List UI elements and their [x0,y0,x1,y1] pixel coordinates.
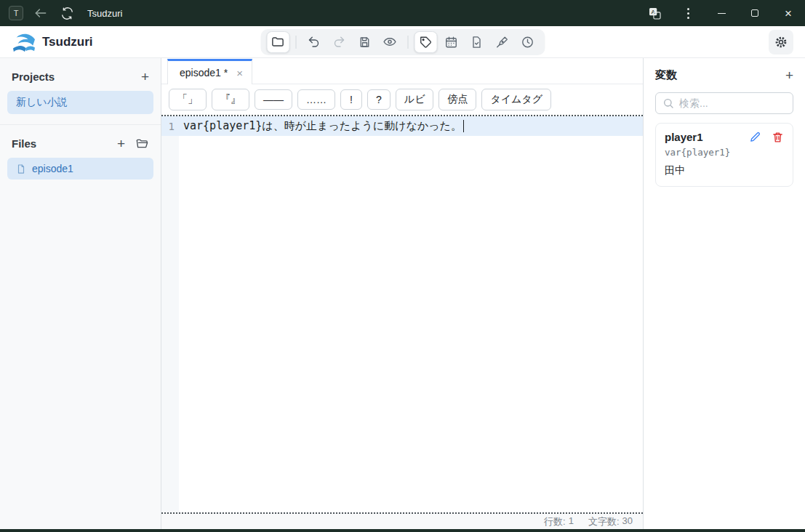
app-window: T Tsudzuri A [0,0,805,532]
projects-section: Projects + 新しい小説 [0,58,161,125]
edit-pencil-icon [749,131,761,143]
save-icon [358,36,371,49]
editor-line-text: var{player1}は、時が止まったように動けなかった。 [179,119,462,133]
files-section: Files + episode1 [0,125,161,190]
variable-value: 田中 [665,164,784,177]
refresh-icon [60,7,74,20]
pen-button[interactable] [490,31,513,53]
toolbar-divider [295,36,296,49]
file-item-label: episode1 [32,163,73,174]
brand: Tsudzuri [12,31,93,53]
redo-button[interactable] [327,31,351,53]
refresh-button[interactable] [58,4,76,22]
undo-button[interactable] [302,31,325,53]
line-count: 行数: 1 [544,515,574,528]
project-item[interactable]: 新しい小説 [7,91,153,114]
folder-icon [271,35,285,49]
insert-ellipsis-button[interactable]: …… [297,89,335,110]
language-indicator-button[interactable]: A [638,0,671,26]
toolbar-divider [407,36,408,49]
open-folder-button[interactable] [135,137,149,150]
editor-column: episode1 * × 「」 『』 —— …… ! ? ルビ 傍点 タイムタグ… [161,58,644,529]
pen-icon [495,36,508,49]
tab-bar: episode1 * × [161,58,643,84]
redo-icon [332,36,345,49]
close-button[interactable]: × [772,0,805,26]
main-toolbar [260,29,545,55]
brand-name: Tsudzuri [42,35,93,49]
variables-title: 変数 [655,68,677,82]
app-header: Tsudzuri [0,26,805,58]
tab-episode1[interactable]: episode1 * × [167,59,252,84]
add-file-button[interactable]: + [117,137,125,150]
char-count-label: 文字数: [588,515,620,528]
app-icon: T [9,6,23,20]
file-check-icon [470,36,483,49]
settings-gear-icon [774,35,788,49]
settings-button[interactable] [769,30,793,55]
project-item-label: 新しい小説 [16,96,68,109]
format-toolbar: 「」 『』 —— …… ! ? ルビ 傍点 タイムタグ [161,84,643,115]
calendar-icon [444,36,457,49]
text-caret [463,120,465,132]
files-title: Files [12,137,36,150]
line-number-gutter [161,116,179,512]
close-icon: × [785,7,792,20]
trash-icon [772,131,784,143]
add-project-button[interactable]: + [141,70,149,84]
file-icon [16,164,26,174]
line-count-value: 1 [569,515,574,528]
minimize-button[interactable] [705,0,738,26]
edit-variable-button[interactable] [749,131,761,143]
calendar-button[interactable] [439,31,462,53]
insert-exclamation-button[interactable]: ! [340,89,362,110]
undo-icon [307,36,320,49]
kebab-menu-icon [687,8,689,19]
maximize-icon [751,9,758,17]
delete-variable-button[interactable] [772,131,784,143]
variables-panel: 変数 + player1 [644,58,805,529]
minimize-icon [718,13,726,14]
variable-code: var{player1} [665,147,784,158]
line-number: 1 [161,121,179,132]
maximize-button[interactable] [738,0,772,26]
variable-name: player1 [665,131,749,143]
insert-time-tag-button[interactable]: タイムタグ [481,89,551,110]
variables-tag-button[interactable] [414,31,437,53]
file-item[interactable]: episode1 [7,158,153,180]
tab-close-button[interactable]: × [236,68,243,78]
file-check-button[interactable] [465,31,488,53]
eye-icon [383,35,397,49]
project-folder-button[interactable] [266,31,289,53]
variable-search [655,92,793,114]
editor-active-line[interactable]: 1 var{player1}は、時が止まったように動けなかった。 [161,116,643,136]
content-area: Projects + 新しい小説 Files + [0,58,805,529]
variable-search-input[interactable] [679,97,786,109]
back-icon [33,6,48,20]
window-menu-button[interactable] [671,0,705,26]
insert-double-brackets-button[interactable]: 『』 [212,89,249,110]
add-variable-button[interactable]: + [785,68,793,82]
tag-icon [419,36,432,49]
insert-ruby-button[interactable]: ルビ [396,89,434,110]
preview-button[interactable] [378,31,401,53]
text-editor[interactable]: 1 var{player1}は、時が止まったように動けなかった。 [161,115,643,512]
insert-emphasis-dots-button[interactable]: 傍点 [438,89,476,110]
save-button[interactable] [353,31,376,53]
insert-corner-brackets-button[interactable]: 「」 [169,89,207,110]
back-button[interactable] [32,4,49,22]
left-sidebar: Projects + 新しい小説 Files + [0,58,161,529]
clock-icon [521,36,534,49]
logo-quill-icon [12,31,36,53]
search-icon [662,97,674,109]
titlebar: T Tsudzuri A [0,0,805,26]
history-button[interactable] [516,31,539,53]
char-count-value: 30 [622,515,633,528]
folder-open-icon [135,137,149,150]
translate-icon: A [648,7,662,20]
insert-question-button[interactable]: ? [367,89,391,110]
projects-title: Projects [12,70,55,83]
status-bar: 行数: 1 文字数: 30 [161,512,643,529]
char-count: 文字数: 30 [588,515,633,528]
insert-dash-button[interactable]: —— [255,89,292,110]
